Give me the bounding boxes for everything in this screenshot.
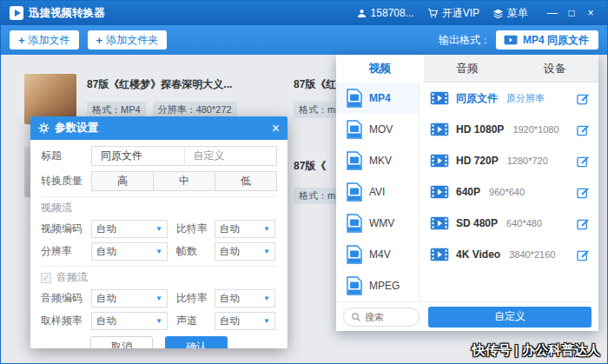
param-dropdown[interactable]: 自动 ▼ — [91, 289, 168, 308]
param-dropdown[interactable]: 自动 ▼ — [215, 242, 275, 261]
dialog-header: 参数设置 × — [30, 116, 287, 140]
format-item[interactable]: MP4 — [336, 83, 419, 114]
video-preset-icon — [430, 216, 449, 230]
edit-icon[interactable] — [577, 123, 590, 136]
confirm-button[interactable]: 确认 — [165, 336, 228, 348]
edit-icon[interactable] — [577, 217, 590, 230]
panel-tabs: 视频 音频 设备 — [336, 55, 598, 83]
maximize-button[interactable]: □ — [564, 7, 579, 19]
quality-label: 转换质量 — [41, 174, 91, 189]
menu-button[interactable]: 菜单 — [492, 6, 528, 21]
param-value: 自动 — [220, 292, 263, 305]
format-item-label: WMV — [369, 217, 394, 229]
user-id: 158708... — [371, 7, 414, 19]
param-dropdown[interactable]: 自动 ▼ — [91, 312, 168, 330]
cancel-button[interactable]: 取消 — [90, 336, 153, 348]
param-dropdown[interactable]: 自动 ▼ — [215, 312, 275, 330]
param-value: 自动 — [96, 292, 155, 305]
format-item[interactable]: MKV — [336, 145, 419, 176]
audio-param-rows: 音频编码 自动 ▼ 比特率 自动 ▼ 取样频率 自动 ▼ 声道 自动 ▼ — [41, 285, 277, 330]
file-type-icon — [347, 214, 362, 233]
output-preset-item[interactable]: 640P 960*640 — [420, 176, 598, 208]
format-item[interactable]: WMV — [336, 208, 419, 239]
edit-icon[interactable] — [577, 92, 590, 105]
output-preset-item[interactable]: HD 1080P 1920*1080 — [420, 114, 598, 145]
param-row: 分辨率 自动 ▼ 帧数 自动 ▼ — [41, 242, 277, 261]
edit-icon[interactable] — [577, 155, 590, 168]
param-dropdown[interactable]: 自动 ▼ — [215, 220, 275, 238]
output-preset-resolution: 1280*720 — [507, 156, 548, 166]
chevron-down-icon: ▼ — [263, 225, 270, 233]
output-format-select[interactable]: MP4 同原文件 — [496, 30, 598, 50]
video-stream-section: 视频流 — [41, 196, 277, 215]
add-file-button[interactable]: + 添加文件 — [10, 30, 79, 50]
format-item-label: M4V — [369, 248, 391, 261]
video-preset-icon — [430, 91, 449, 105]
title-custom-option[interactable]: 自定义 — [184, 147, 277, 165]
param-label: 音频编码 — [41, 291, 91, 306]
search-input[interactable] — [365, 312, 410, 322]
video-preset-icon — [430, 154, 449, 168]
close-icon[interactable]: × — [272, 122, 280, 136]
output-preset-name: SD 480P — [456, 217, 498, 229]
video-format-icon — [504, 35, 518, 45]
param-row: 取样频率 自动 ▼ 声道 自动 ▼ — [41, 312, 277, 330]
format-item[interactable]: MOV — [336, 114, 419, 145]
user-icon — [356, 8, 367, 19]
format-item[interactable]: MPEG — [336, 270, 419, 301]
search-icon — [351, 312, 361, 322]
format-item-label: MPEG — [369, 280, 400, 292]
param-dropdown[interactable]: 自动 ▼ — [91, 242, 168, 261]
preset-list: 同原文件 原分辨率 HD 1080P 1920*1080 HD 720P 128… — [420, 83, 598, 301]
video-param-rows: 视频编码 自动 ▼ 比特率 自动 ▼ 分辨率 自动 ▼ 帧数 自动 ▼ — [41, 215, 277, 261]
output-preset-item[interactable]: HD 720P 1280*720 — [420, 145, 598, 176]
param-dropdown[interactable]: 自动 ▼ — [91, 220, 168, 238]
vip-button[interactable]: 开通VIP — [427, 6, 479, 21]
add-file-label: 添加文件 — [29, 33, 70, 48]
add-folder-button[interactable]: + 添加文件夹 — [88, 30, 168, 50]
app-logo-icon — [10, 6, 23, 20]
panel-tab[interactable]: 音频 — [424, 55, 512, 83]
panel-tab-label: 视频 — [368, 61, 391, 76]
toolbar: + 添加文件 + 添加文件夹 输出格式： MP4 同原文件 — [1, 25, 607, 55]
file-type-icon — [347, 120, 362, 139]
file-type-icon — [347, 245, 362, 264]
quality-option[interactable]: 低 — [215, 171, 277, 191]
panel-tab-label: 设备 — [544, 61, 566, 76]
format-item[interactable]: M4V — [336, 239, 419, 270]
output-preset-item[interactable]: SD 480P 640*480 — [420, 208, 598, 239]
param-value: 自动 — [220, 222, 263, 235]
quality-option[interactable]: 高 — [91, 171, 154, 191]
add-folder-label: 添加文件夹 — [106, 33, 158, 48]
format-item-label: MKV — [369, 155, 392, 167]
param-dropdown[interactable]: 自动 ▼ — [215, 289, 275, 308]
output-preset-item[interactable]: 同原文件 原分辨率 — [420, 83, 598, 114]
param-value: 自动 — [220, 314, 263, 328]
param-label: 分辨率 — [41, 244, 91, 259]
edit-icon[interactable] — [577, 248, 590, 261]
quality-option[interactable]: 中 — [153, 171, 215, 191]
audio-stream-section: ✓ 音频流 — [41, 266, 277, 285]
edit-icon[interactable] — [577, 186, 590, 199]
video-preset-icon — [430, 122, 449, 136]
format-item[interactable]: AVI — [336, 176, 419, 208]
file-type-icon — [347, 89, 362, 108]
param-label: 视频编码 — [41, 222, 91, 236]
minimize-button[interactable]: — — [545, 7, 560, 19]
quality-options: 高 中 低 — [91, 171, 277, 191]
user-account-button[interactable]: 158708... — [356, 7, 414, 19]
custom-format-button[interactable]: 自定义 — [428, 307, 591, 328]
panel-tab[interactable]: 设备 — [511, 55, 598, 83]
format-item-label: MP4 — [369, 92, 391, 104]
gear-icon — [38, 122, 50, 134]
audio-stream-checkbox[interactable]: ✓ — [41, 273, 51, 283]
output-preset-resolution: 1920*1080 — [512, 124, 558, 135]
output-preset-item[interactable]: 4K Video 3840*2160 — [420, 239, 598, 270]
panel-tab[interactable]: 视频 — [336, 55, 424, 83]
title-same-as-source-option[interactable]: 同原文件 — [92, 147, 184, 165]
menu-label: 菜单 — [507, 6, 528, 21]
search-box[interactable] — [343, 308, 420, 327]
close-button[interactable]: × — [583, 7, 598, 19]
output-format-value: MP4 同原文件 — [523, 33, 589, 48]
output-preset-name: 640P — [456, 186, 480, 198]
